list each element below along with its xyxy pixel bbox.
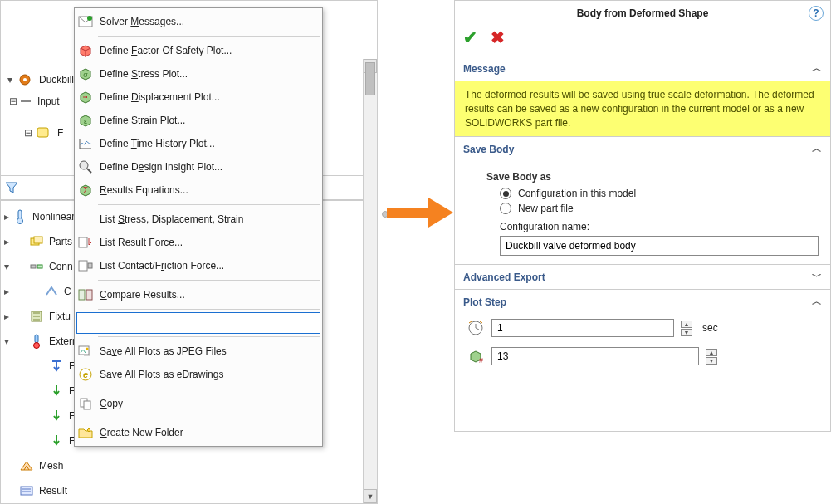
section-advanced-header[interactable]: Advanced Export ﹀ xyxy=(455,264,830,289)
menu-define-timehistory[interactable]: Define Time History Plot... xyxy=(75,132,322,155)
cube-red-icon xyxy=(78,43,93,58)
spinner[interactable]: ▲▼ xyxy=(706,349,717,365)
loads-icon xyxy=(29,334,44,349)
tree-label: C xyxy=(61,284,75,299)
config-name-input[interactable] xyxy=(500,236,819,256)
menu-label: List Stress, Displacement, Strain xyxy=(100,213,243,225)
menu-separator xyxy=(98,36,320,37)
menu-copy[interactable]: Copy xyxy=(75,392,322,415)
graph-icon xyxy=(78,136,93,151)
section-title: Save Body xyxy=(463,144,514,155)
envelope-icon xyxy=(78,14,93,29)
section-savebody-header[interactable]: Save Body ︿ xyxy=(455,136,830,161)
tree-input-label: Input xyxy=(34,94,63,109)
menu-label: Define Design Insight Plot... xyxy=(100,161,222,173)
scroll-thumb[interactable] xyxy=(365,62,375,95)
left-panel: ▾ Duckbill ⊟ Input ⊟ F xyxy=(0,0,378,504)
menu-define-strain[interactable]: ε Define Strain Plot... xyxy=(75,109,322,132)
svg-point-27 xyxy=(86,348,89,350)
folder-new-icon xyxy=(78,425,93,440)
spin-up-icon[interactable]: ▲ xyxy=(681,321,692,328)
ok-button[interactable]: ✔ xyxy=(463,27,477,47)
menu-save-edrawings[interactable]: e Save All Plots as eDrawings xyxy=(75,363,322,386)
config-name-label: Configuration name: xyxy=(500,221,819,232)
tree-input[interactable]: ⊟ Input xyxy=(6,94,63,109)
svg-point-11 xyxy=(34,343,40,349)
svg-rect-2 xyxy=(37,128,48,137)
svg-point-4 xyxy=(17,218,23,224)
menu-define-displacement[interactable]: Define Displacement Plot... xyxy=(75,86,322,109)
menu-solver-messages[interactable]: Solver Messages... xyxy=(75,10,322,33)
tree-label: Result xyxy=(36,483,71,498)
scroll-down-icon[interactable]: ▼ xyxy=(364,489,377,503)
tree-item-resultopts[interactable]: Result xyxy=(1,478,377,503)
results-options-icon xyxy=(19,483,34,498)
radio-label: New part file xyxy=(518,203,574,214)
section-title: Advanced Export xyxy=(463,272,545,283)
radio-label: Configuration in this model xyxy=(518,188,636,199)
study-icon xyxy=(17,72,32,87)
plotstep-step-row: # ▲▼ xyxy=(455,342,830,370)
spin-down-icon[interactable]: ▼ xyxy=(681,329,692,336)
menu-label: Define Stress Plot... xyxy=(100,68,188,80)
svg-point-19 xyxy=(80,161,88,169)
radio-config-in-model[interactable]: Configuration in this model xyxy=(500,188,819,199)
cube-sigma-icon: σ xyxy=(78,66,93,81)
funnel-icon[interactable] xyxy=(4,180,19,195)
cancel-button[interactable]: ✖ xyxy=(491,27,505,47)
menu-label: Solver Messages... xyxy=(100,16,184,27)
tree-item-mesh[interactable]: Mesh xyxy=(1,453,377,478)
menu-label: Define Displacement Plot... xyxy=(100,91,220,103)
menu-define-stress[interactable]: σ Define Stress Plot... xyxy=(75,62,322,86)
blank-icon xyxy=(81,316,95,330)
radio-icon[interactable] xyxy=(500,203,511,214)
chevron-up-icon: ︿ xyxy=(812,295,822,309)
menu-list-sds[interactable]: List Stress, Displacement, Strain xyxy=(75,208,322,231)
force-down-icon xyxy=(49,384,64,399)
tree-root[interactable]: ▾ Duckbill xyxy=(6,72,77,87)
svg-rect-10 xyxy=(35,335,38,343)
menu-list-result-force[interactable]: List Result Force... xyxy=(75,231,322,254)
section-plotstep-header[interactable]: Plot Step ︿ xyxy=(455,289,830,314)
copy-icon xyxy=(78,396,93,411)
radio-new-part-file[interactable]: New part file xyxy=(500,203,819,214)
menu-create-body-deformed[interactable] xyxy=(76,312,320,334)
menu-define-fos[interactable]: Define Factor Of Safety Plot... xyxy=(75,39,322,62)
svg-point-1 xyxy=(23,78,27,81)
menu-save-jpeg[interactable]: Save All Plots as JPEG Files xyxy=(75,340,322,363)
menu-label: Copy xyxy=(100,398,123,409)
menu-list-contact[interactable]: List Contact/Friction Force... xyxy=(75,254,322,277)
plotstep-time-row: ▲▼ sec xyxy=(455,314,830,342)
svg-rect-3 xyxy=(18,210,22,218)
unit-label: sec xyxy=(702,322,718,334)
svg-rect-22 xyxy=(79,261,87,271)
radio-icon[interactable] xyxy=(500,188,511,199)
menu-separator xyxy=(98,309,320,310)
plotstep-step-input[interactable] xyxy=(491,347,699,365)
section-message-header[interactable]: Message ︿ xyxy=(455,56,830,81)
menu-separator xyxy=(98,336,320,337)
force-down-icon xyxy=(49,409,64,423)
spin-up-icon[interactable]: ▲ xyxy=(706,349,717,356)
pm-title: Body from Deformed Shape ? xyxy=(455,1,830,24)
thermometer-icon xyxy=(12,209,27,224)
spinner[interactable]: ▲▼ xyxy=(681,321,692,336)
results-context-menu: Solver Messages... Define Factor Of Safe… xyxy=(74,7,323,447)
svg-text:Σ: Σ xyxy=(83,186,88,195)
collapse-icon[interactable]: ⊟ xyxy=(9,95,17,107)
magnifier-icon xyxy=(78,159,93,174)
menu-compare-results[interactable]: Compare Results... xyxy=(75,283,322,306)
menu-results-equations[interactable]: Σ Results Equations... xyxy=(75,179,322,202)
cube-strain-icon: ε xyxy=(78,113,93,128)
scrollbar[interactable]: ▲ ▼ xyxy=(363,59,377,503)
menu-define-designinsight[interactable]: Define Design Insight Plot... xyxy=(75,155,322,179)
menu-separator xyxy=(98,204,320,205)
plotstep-time-input[interactable] xyxy=(491,319,674,337)
expand-icon[interactable]: ▾ xyxy=(6,74,14,86)
spin-down-icon[interactable]: ▼ xyxy=(706,357,717,365)
menu-new-folder[interactable]: Create New Folder xyxy=(75,421,322,444)
svg-text:#: # xyxy=(479,356,483,365)
savebody-subtitle: Save Body as xyxy=(486,171,819,183)
help-icon[interactable]: ? xyxy=(809,6,824,21)
tree-label: Parts xyxy=(46,234,76,249)
